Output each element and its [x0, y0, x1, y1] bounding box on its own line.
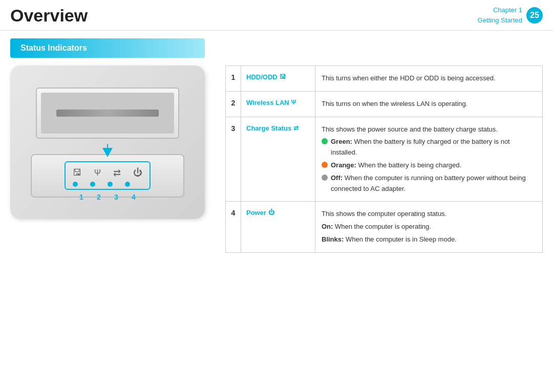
row-3-num: 3 — [226, 117, 241, 202]
dots-row — [73, 182, 142, 187]
screen-stripe — [56, 110, 159, 117]
gray-dot — [322, 175, 328, 181]
bullet-gray: Off: When the computer is running on bat… — [322, 173, 536, 194]
row-1-label: HDD/ODD 🖫 — [241, 66, 315, 91]
row-2-num: 2 — [226, 92, 241, 117]
icons-row: 🖫 Ψ ⇄ ⏻ — [73, 167, 142, 179]
num-2: 2 — [96, 193, 101, 201]
on-label: On: — [322, 223, 333, 230]
section-heading: Status Indicators — [10, 38, 205, 58]
num-1: 1 — [79, 193, 84, 201]
info-table: 1 HDD/ODD 🖫 This turns when either the H… — [225, 66, 543, 253]
row-2-label: Wireless LAN Ψ — [241, 92, 315, 117]
indicator-box: 🖫 Ψ ⇄ ⏻ — [65, 161, 151, 190]
row-2-desc: This turns on when the wireless LAN is o… — [315, 92, 542, 117]
row-4-label: Power ⏻ — [241, 202, 315, 252]
dot-4 — [125, 182, 130, 187]
arrow-connector — [102, 148, 113, 157]
wifi-icon: Ψ — [94, 168, 101, 178]
dot-2 — [90, 182, 95, 187]
row-3-label: Charge Status ⇄ — [241, 117, 315, 202]
laptop-base: 🖫 Ψ ⇄ ⏻ 1 2 — [31, 154, 184, 198]
gray-label: Off: — [331, 174, 343, 182]
page-header: Overview Chapter 1 Getting Started 25 — [0, 0, 553, 31]
main-content: 🖫 Ψ ⇄ ⏻ 1 2 — [0, 66, 553, 253]
hdd-label-icon: 🖫 — [280, 73, 286, 80]
power-icon: ⏻ — [133, 167, 142, 178]
table-row: 3 Charge Status ⇄ This shows the power s… — [226, 117, 542, 202]
blinks-label: Blinks: — [322, 235, 344, 243]
chapter-info-area: Chapter 1 Getting Started 25 — [478, 5, 543, 25]
device-illustration: 🖫 Ψ ⇄ ⏻ 1 2 — [10, 66, 205, 219]
green-dot — [322, 138, 328, 144]
laptop-screen — [36, 88, 179, 139]
illustration-panel: 🖫 Ψ ⇄ ⏻ 1 2 — [10, 66, 210, 253]
row-4-num: 4 — [226, 202, 241, 252]
number-labels: 1 2 3 4 — [79, 193, 136, 201]
page-number: 25 — [526, 7, 543, 24]
screen-inner — [41, 93, 174, 134]
table-row: 4 Power ⏻ This shows the computer operat… — [226, 202, 542, 252]
orange-dot — [322, 162, 328, 168]
chapter-label: Chapter 1 — [478, 5, 522, 15]
table-row: 2 Wireless LAN Ψ This turns on when the … — [226, 92, 542, 117]
charge-label-icon: ⇄ — [293, 124, 299, 132]
dot-1 — [73, 182, 78, 187]
row-1-num: 1 — [226, 66, 241, 91]
wifi-label-icon: Ψ — [291, 99, 296, 106]
row-1-desc: This turns when either the HDD or ODD is… — [315, 66, 542, 91]
bullet-orange: Orange: When the battery is being charge… — [322, 160, 536, 171]
bullet-green: Green: When the battery is fully charged… — [322, 137, 536, 158]
num-4: 4 — [131, 193, 136, 201]
orange-label: Orange: — [331, 161, 356, 169]
num-3: 3 — [114, 193, 119, 201]
power-label-icon: ⏻ — [268, 209, 274, 216]
row-3-desc: This shows the power source and the batt… — [315, 117, 542, 202]
dot-3 — [108, 182, 113, 187]
row-4-desc: This shows the computer operating status… — [315, 202, 542, 252]
chapter-info: Chapter 1 Getting Started — [478, 5, 522, 25]
hdd-icon: 🖫 — [73, 167, 82, 178]
page-title: Overview — [10, 7, 88, 24]
table-row: 1 HDD/ODD 🖫 This turns when either the H… — [226, 66, 542, 92]
charge-icon: ⇄ — [113, 167, 121, 179]
section-label: Getting Started — [478, 15, 522, 26]
green-label: Green: — [331, 138, 352, 145]
